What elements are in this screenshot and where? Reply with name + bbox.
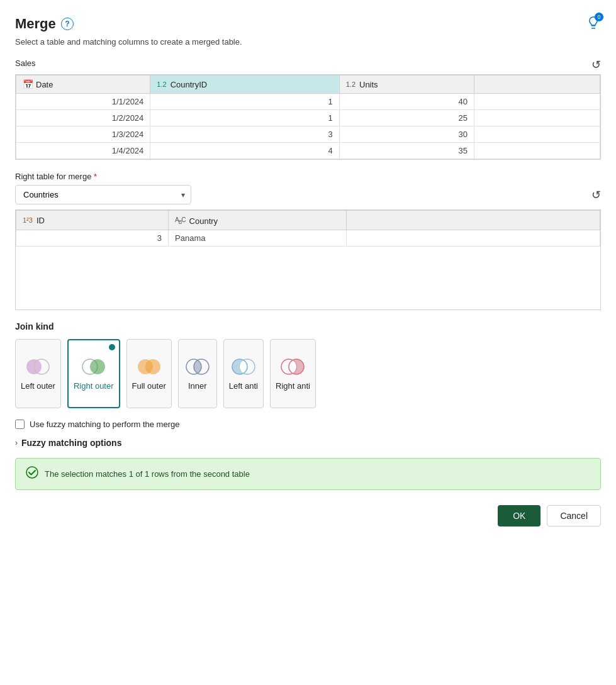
sales-label: Sales [15,58,36,68]
join-option-inner-wrap: Inner [178,339,217,408]
join-option-right-anti-label: Right anti [276,381,310,391]
countries-table-container: 1²3 ID ABC Country 3 Panama [15,209,601,310]
sales-units-1: 40 [339,94,474,110]
table-row[interactable]: 1/3/2024 3 30 [16,126,600,143]
success-check-icon [26,466,38,482]
countries-name-1: Panama [169,230,346,246]
countries-table: 1²3 ID ABC Country 3 Panama [16,210,600,247]
table-row[interactable]: 3 Panama [16,230,600,246]
countries-col-empty [346,211,600,230]
sales-units-4: 35 [339,143,474,159]
full-outer-venn-icon [135,357,163,376]
help-icon[interactable]: ? [61,18,74,30]
sales-date-4: 1/4/2024 [16,143,150,159]
join-option-left-outer-label: Left outer [21,381,55,391]
left-outer-venn-icon [24,357,52,376]
success-message-text: The selection matches 1 of 1 rows from t… [45,469,250,479]
join-option-right-anti[interactable]: Right anti [270,339,316,408]
cancel-button[interactable]: Cancel [547,505,601,526]
sales-col-empty [474,75,600,94]
sales-cid-4: 4 [150,143,339,159]
inner-venn-icon [184,357,211,376]
page-title: Merge [15,16,56,32]
table-row[interactable]: 1/1/2024 1 40 [16,94,600,110]
fuzzy-chevron-icon: › [15,438,18,447]
countries-col-country[interactable]: ABC Country [169,211,346,230]
sales-units-2: 25 [339,110,474,126]
join-option-inner-label: Inner [188,381,207,391]
sales-cid-1: 1 [150,94,339,110]
left-anti-venn-icon [230,357,257,376]
fuzzy-checkbox[interactable] [15,420,25,429]
ok-button[interactable]: OK [498,505,540,526]
subtitle: Select a table and matching columns to c… [15,37,601,47]
join-option-full-outer[interactable]: Full outer [126,339,172,408]
sales-col-countryid-label: CountryID [171,80,208,89]
fuzzy-checkbox-label[interactable]: Use fuzzy matching to perform the merge [30,420,179,429]
join-options-container: Left outer Right outer Full outer [15,339,601,408]
sales-cid-3: 3 [150,126,339,143]
join-option-left-outer-wrap: Left outer [15,339,61,408]
countries-col-country-label: Country [189,216,218,226]
dropdown-row: Countries ▾ ↺ [15,185,601,204]
right-table-dropdown-container: Countries ▾ [15,185,191,204]
join-option-full-outer-wrap: Full outer [126,339,172,408]
join-option-left-anti[interactable]: Left anti [223,339,264,408]
sales-date-3: 1/3/2024 [16,126,150,143]
sales-col-date[interactable]: 📅 Date [16,75,150,94]
right-outer-venn-icon [80,357,108,376]
join-option-right-outer[interactable]: Right outer [67,339,120,408]
sales-table: 📅 Date 1.2 CountryID 1.2 Units [16,75,600,159]
join-option-right-outer-label: Right outer [74,381,114,391]
bulb-badge: 0 [595,13,603,21]
countries-col-id[interactable]: 1²3 ID [16,211,169,230]
join-option-inner[interactable]: Inner [178,339,217,408]
sales-col-countryid[interactable]: 1.2 CountryID [150,75,339,94]
sales-units-3: 30 [339,126,474,143]
dialog-header: Merge ? 0 [15,15,601,32]
table-row[interactable]: 1/2/2024 1 25 [16,110,600,126]
sales-table-container: 📅 Date 1.2 CountryID 1.2 Units [15,74,601,160]
countries-col-id-label: ID [36,216,45,225]
selected-indicator [108,343,116,352]
svg-point-21 [26,467,38,478]
right-anti-venn-icon [279,357,306,376]
join-kind-label: Join kind [15,321,601,331]
join-option-left-anti-wrap: Left anti [223,339,264,408]
join-option-left-anti-label: Left anti [229,381,258,391]
footer-buttons: OK Cancel [15,505,601,526]
sales-col-date-label: Date [36,80,53,89]
sales-date-2: 1/2/2024 [16,110,150,126]
right-table-dropdown[interactable]: Countries [15,185,191,204]
table-row[interactable]: 1/4/2024 4 35 [16,143,600,159]
sales-header-row: Sales ↺ [15,58,601,72]
join-option-left-outer[interactable]: Left outer [15,339,61,408]
join-option-right-anti-wrap: Right anti [270,339,316,408]
svg-point-4 [90,359,105,374]
sales-col-units[interactable]: 1.2 Units [339,75,474,94]
sales-col-units-label: Units [359,80,378,89]
fuzzy-checkbox-row: Use fuzzy matching to perform the merge [15,420,601,429]
required-star: * [94,172,97,181]
sales-cid-2: 1 [150,110,339,126]
sales-refresh-icon[interactable]: ↺ [591,58,601,72]
countries-id-1: 3 [16,230,169,246]
svg-point-6 [145,359,160,374]
join-option-full-outer-label: Full outer [132,381,166,391]
fuzzy-options-row[interactable]: › Fuzzy matching options [15,438,601,448]
title-area: Merge ? [15,16,74,32]
bulb-icon-wrap[interactable]: 0 [586,15,601,32]
success-message: The selection matches 1 of 1 rows from t… [15,458,601,490]
right-table-label: Right table for merge * [15,172,97,181]
sales-date-1: 1/1/2024 [16,94,150,110]
right-table-refresh-icon[interactable]: ↺ [591,188,601,202]
fuzzy-options-label: Fuzzy matching options [21,438,121,448]
join-option-right-outer-wrap: Right outer [67,339,120,408]
